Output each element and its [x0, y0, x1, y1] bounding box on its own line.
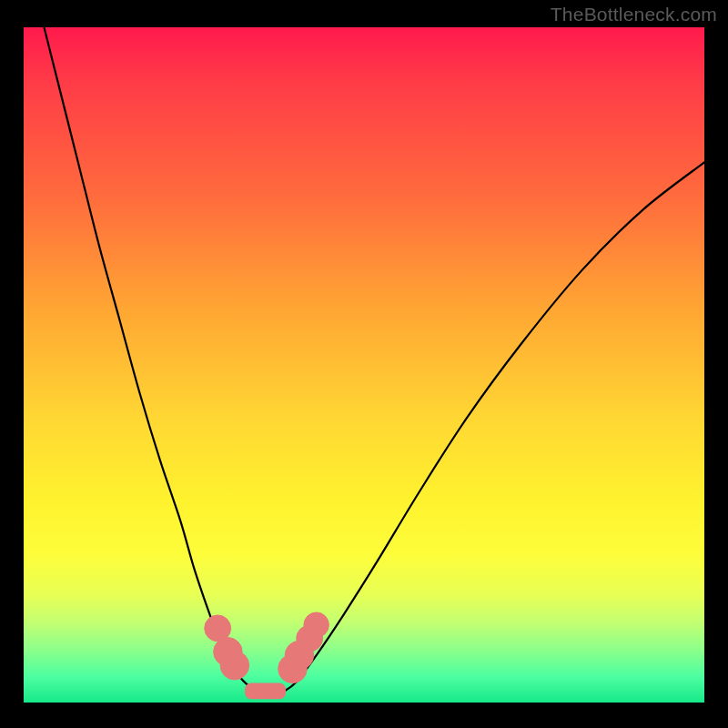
watermark-text: TheBottleneck.com — [551, 4, 717, 25]
data-marker — [304, 612, 329, 638]
valley-floor-highlight — [245, 682, 286, 699]
curves-svg — [24, 27, 704, 703]
right-curve — [282, 162, 704, 692]
data-marker — [220, 651, 249, 680]
data-markers — [205, 612, 329, 683]
plot-area — [24, 27, 704, 703]
chart-frame: TheBottleneck.com — [0, 0, 728, 728]
left-curve — [44, 27, 255, 693]
